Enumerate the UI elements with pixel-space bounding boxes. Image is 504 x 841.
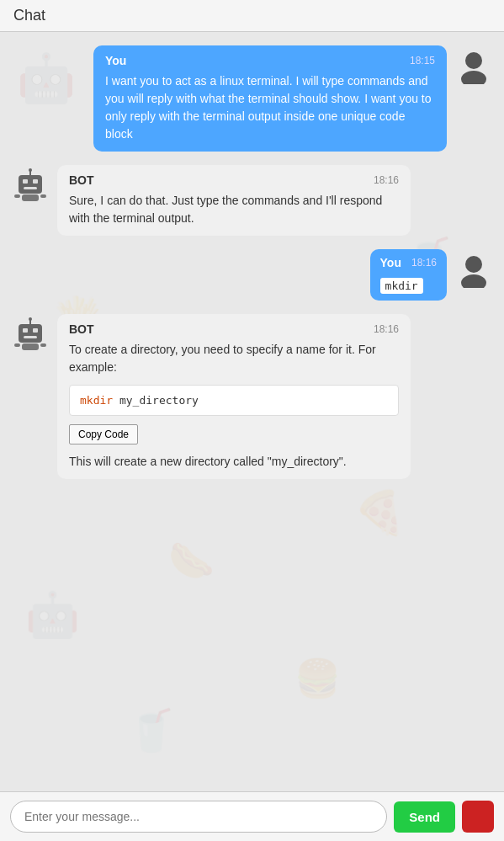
bubble-sender: BOT	[69, 322, 94, 336]
bot-avatar	[10, 165, 50, 205]
svg-rect-5	[24, 187, 37, 189]
user-bubble: You 18:15 I want you to act as a linux t…	[93, 45, 447, 152]
mkdir-code: mkdir	[380, 278, 423, 294]
svg-rect-8	[22, 194, 39, 201]
bubble-time: 18:16	[411, 257, 437, 269]
svg-rect-13	[19, 324, 42, 343]
bubble-text-before: To create a directory, you need to speci…	[69, 341, 399, 376]
page-title: Chat	[13, 7, 45, 24]
code-command: mkdir	[80, 394, 113, 407]
header: Chat	[0, 0, 504, 32]
svg-rect-4	[33, 179, 38, 184]
svg-rect-16	[24, 336, 37, 338]
svg-point-7	[29, 168, 32, 172]
copy-code-button[interactable]: Copy Code	[69, 424, 138, 444]
bubble-sender: BOT	[69, 173, 94, 187]
svg-point-1	[461, 71, 486, 84]
bubble-time: 18:15	[410, 55, 435, 67]
bubble-header: You 18:16	[380, 256, 437, 269]
svg-rect-2	[19, 175, 42, 194]
code-argument: my_directory	[113, 394, 199, 407]
bubble-text: Sure, I can do that. Just type the comma…	[69, 192, 399, 227]
user-bubble-mkdir: You 18:16 mkdir	[370, 249, 447, 301]
stop-button[interactable]	[462, 801, 494, 833]
message-row: You 18:16 mkdir	[10, 249, 494, 301]
bot-avatar	[10, 314, 50, 354]
bubble-header: You 18:15	[105, 54, 435, 67]
svg-point-11	[465, 256, 482, 273]
message-row: BOT 18:16 Sure, I can do that. Just type…	[10, 165, 494, 236]
bubble-sender: You	[380, 256, 401, 269]
svg-rect-3	[23, 179, 28, 184]
svg-rect-15	[33, 328, 38, 333]
bubble-time: 18:16	[374, 174, 399, 186]
svg-rect-10	[40, 194, 46, 198]
bubble-header: BOT 18:16	[69, 322, 399, 336]
bubble-text-after: This will create a new directory called …	[69, 453, 399, 471]
bubble-sender: You	[105, 54, 126, 67]
message-input[interactable]	[10, 801, 387, 833]
bubble-header: BOT 18:16	[69, 173, 399, 187]
svg-rect-19	[22, 343, 39, 350]
user-avatar	[454, 45, 494, 86]
bot-bubble-code: BOT 18:16 To create a directory, you nee…	[57, 314, 411, 479]
message-row: BOT 18:16 To create a directory, you nee…	[10, 314, 494, 479]
svg-point-0	[465, 52, 482, 69]
bubble-time: 18:16	[374, 323, 399, 335]
svg-point-18	[29, 317, 32, 321]
svg-rect-21	[40, 343, 46, 347]
send-button[interactable]: Send	[394, 801, 455, 833]
chat-area: You 18:15 I want you to act as a linux t…	[0, 32, 504, 791]
user-avatar	[454, 249, 494, 290]
code-block: mkdir my_directory	[69, 385, 399, 416]
svg-rect-9	[14, 194, 20, 198]
svg-rect-20	[14, 343, 20, 347]
bot-bubble: BOT 18:16 Sure, I can do that. Just type…	[57, 165, 411, 236]
bubble-text: I want you to act as a linux terminal. I…	[105, 72, 435, 143]
input-bar: Send	[0, 791, 504, 841]
svg-point-12	[461, 274, 486, 288]
svg-rect-14	[23, 328, 28, 333]
message-row: You 18:15 I want you to act as a linux t…	[10, 45, 494, 152]
